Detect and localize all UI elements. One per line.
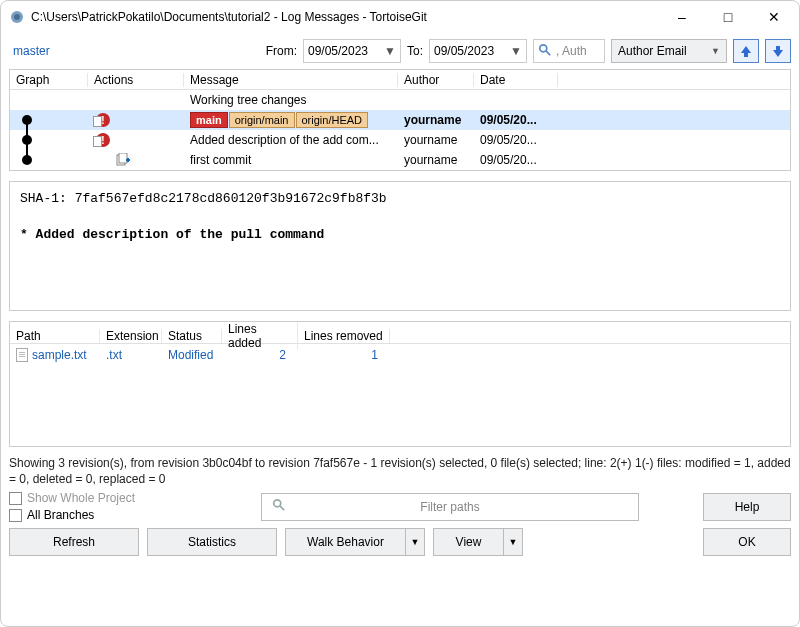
file-path: sample.txt [10,348,100,363]
modified-icon: ! [96,133,110,147]
status-line: Showing 3 revision(s), from revision 3b0… [9,455,791,487]
log-author: yourname [398,133,474,147]
file-header: Path Extension Status Lines added Lines … [10,322,790,344]
ref-tag-origin-main: origin/main [229,112,295,128]
from-label: From: [266,44,297,58]
move-down-button[interactable] [765,39,791,63]
search-icon [538,43,552,60]
filter-paths-placeholder: Filter paths [420,500,479,514]
group-by-value: Author Email [618,44,687,58]
ok-button[interactable]: OK [703,528,791,556]
log-date: 09/05/20... [474,113,558,127]
log-date: 09/05/20... [474,153,558,167]
window-title: C:\Users\PatrickPokatilo\Documents\tutor… [31,10,659,24]
author-placeholder: , Auth [556,44,587,58]
col-status[interactable]: Status [162,329,222,343]
file-row[interactable]: sample.txt .txt Modified 2 1 [10,344,790,366]
move-up-button[interactable] [733,39,759,63]
titlebar: C:\Users\PatrickPokatilo\Documents\tutor… [1,1,799,33]
log-author: yourname [398,113,474,127]
view-label: View [433,528,503,556]
col-graph[interactable]: Graph [10,73,88,87]
log-header: Graph Actions Message Author Date [10,70,790,90]
log-row[interactable]: first commit yourname 09/05/20... [10,150,790,170]
walk-behavior-dropdown[interactable]: ▼ [405,528,425,556]
show-whole-project-label: Show Whole Project [27,491,135,505]
svg-point-1 [14,14,20,20]
sha-value: 7faf567efd8c2178cd860120f3b91672c9fb8f3b [75,191,387,206]
log-message: Added description of the add com... [184,133,398,147]
col-path[interactable]: Path [10,329,100,343]
author-search-input[interactable]: , Auth [533,39,605,63]
app-icon [9,9,25,25]
group-by-combo[interactable]: Author Email ▼ [611,39,727,63]
file-status: Modified [162,348,222,362]
log-message: first commit [184,153,398,167]
col-message[interactable]: Message [184,73,398,87]
commit-detail-pane[interactable]: SHA-1: 7faf567efd8c2178cd860120f3b91672c… [9,181,791,311]
chevron-down-icon: ▼ [510,44,522,58]
refresh-button[interactable]: Refresh [9,528,139,556]
filter-paths-input[interactable]: Filter paths [261,493,639,521]
svg-line-7 [280,506,284,510]
file-lines-removed: 1 [298,348,390,362]
chevron-down-icon: ▼ [711,46,720,56]
ref-tag-main: main [190,112,228,128]
svg-point-6 [274,500,281,507]
help-button[interactable]: Help [703,493,791,521]
show-whole-project-checkbox[interactable]: Show Whole Project [9,491,135,505]
log-author: yourname [398,153,474,167]
close-button[interactable]: ✕ [751,2,797,32]
graph-cell [10,130,88,150]
walk-behavior-button[interactable]: Walk Behavior ▼ [285,528,425,556]
chevron-down-icon: ▼ [384,44,396,58]
graph-cell [10,150,88,170]
svg-point-2 [540,44,547,51]
all-branches-checkbox[interactable]: All Branches [9,508,135,522]
file-ext: .txt [100,348,162,362]
col-actions[interactable]: Actions [88,73,184,87]
search-icon [272,498,286,515]
from-date-value: 09/05/2023 [308,44,368,58]
view-dropdown[interactable]: ▼ [503,528,523,556]
graph-cell [10,110,88,130]
checkbox-icon [9,492,22,505]
log-date: 09/05/20... [474,133,558,147]
file-list-pane: Path Extension Status Lines added Lines … [9,321,791,447]
log-message: main origin/main origin/HEAD [184,112,398,128]
col-lines-removed[interactable]: Lines removed [298,329,390,343]
log-row[interactable]: ! main origin/main origin/HEAD yourname … [10,110,790,130]
branch-link[interactable]: master [9,42,54,60]
all-branches-label: All Branches [27,508,94,522]
to-date-input[interactable]: 09/05/2023 ▼ [429,39,527,63]
added-icon [116,153,130,167]
sha-label: SHA-1: [20,191,67,206]
modified-icon: ! [96,113,110,127]
maximize-button[interactable]: □ [705,2,751,32]
working-tree-row[interactable]: Working tree changes [10,90,790,110]
from-date-input[interactable]: 09/05/2023 ▼ [303,39,401,63]
to-label: To: [407,44,423,58]
log-pane: Graph Actions Message Author Date Workin… [9,69,791,171]
statistics-button[interactable]: Statistics [147,528,277,556]
view-button[interactable]: View ▼ [433,528,523,556]
to-date-value: 09/05/2023 [434,44,494,58]
minimize-button[interactable]: – [659,2,705,32]
working-tree-label: Working tree changes [184,93,398,107]
svg-rect-5 [119,153,127,163]
checkbox-icon [9,509,22,522]
file-icon [16,348,28,362]
walk-behavior-label: Walk Behavior [285,528,405,556]
log-row[interactable]: ! Added description of the add com... yo… [10,130,790,150]
col-extension[interactable]: Extension [100,329,162,343]
commit-body: * Added description of the pull command [20,227,324,242]
col-author[interactable]: Author [398,73,474,87]
col-lines-added[interactable]: Lines added [222,322,298,350]
svg-line-3 [546,50,550,54]
col-date[interactable]: Date [474,73,558,87]
ref-tag-origin-head: origin/HEAD [296,112,369,128]
file-lines-added: 2 [222,348,298,362]
